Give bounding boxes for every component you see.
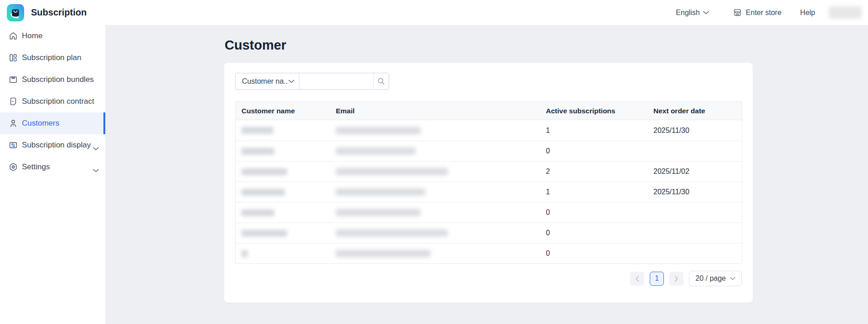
sidebar-nav: HomeSubscription planSubscription bundle… — [0, 25, 105, 324]
store-name-redacted[interactable] — [829, 6, 862, 19]
chevron-right-icon — [674, 276, 678, 282]
chevron-down-icon — [288, 80, 294, 83]
table-row: 0 — [236, 141, 742, 161]
customer-name-cell — [236, 168, 330, 175]
search-control: Customer na... — [235, 73, 389, 90]
page-title: Customer — [225, 37, 868, 53]
sidebar-item-label: Subscription display — [22, 141, 91, 150]
chevron-down-icon — [93, 144, 99, 153]
customer-name-redacted — [241, 127, 273, 134]
sidebar-item-label: Home — [22, 31, 42, 40]
email-redacted — [336, 188, 425, 196]
chevron-down-icon — [703, 11, 709, 15]
customer-name-redacted — [241, 168, 287, 175]
enter-store-label: Enter store — [746, 9, 781, 17]
email-cell — [330, 209, 540, 216]
sidebar-item-label: Subscription plan — [22, 53, 81, 62]
sidebar-item-label: Subscription contract — [22, 97, 94, 106]
subscription-display-icon — [9, 141, 18, 150]
chevron-left-icon — [635, 276, 639, 282]
search-filter-select[interactable]: Customer na... — [236, 73, 299, 89]
table-row: 22025/11/02 — [236, 161, 742, 182]
customer-name-redacted — [241, 189, 285, 196]
subscription-contract-icon — [9, 97, 18, 106]
email-cell — [330, 127, 540, 134]
customer-name-redacted — [241, 250, 248, 257]
subscription-plan-icon — [9, 53, 18, 62]
sidebar-item-subscription-bundles[interactable]: Subscription bundles — [0, 69, 105, 91]
table-body: 12025/11/30022025/11/0212025/11/30000 — [236, 120, 742, 263]
settings-icon — [9, 162, 18, 172]
storefront-icon — [733, 8, 742, 17]
search-button[interactable] — [373, 73, 389, 89]
help-button[interactable]: Help — [800, 9, 815, 17]
home-icon — [9, 31, 18, 40]
email-redacted — [336, 127, 421, 134]
active-subscriptions-cell: 0 — [540, 249, 647, 258]
subscription-bundles-icon — [9, 75, 18, 84]
active-indicator-bar — [103, 112, 105, 134]
sidebar-item-subscription-plan[interactable]: Subscription plan — [0, 47, 105, 69]
customer-name-cell — [236, 127, 330, 134]
sidebar-item-subscription-contract[interactable]: Subscription contract — [0, 91, 105, 112]
next-order-date-cell: 2025/11/30 — [647, 127, 742, 135]
customers-icon — [9, 119, 18, 128]
email-cell — [330, 229, 540, 237]
prev-page-button[interactable] — [630, 272, 644, 286]
search-input[interactable] — [299, 73, 373, 89]
customer-name-cell — [236, 189, 330, 196]
email-cell — [330, 188, 540, 196]
col-header-customer-name: Customer name — [236, 107, 330, 115]
active-subscriptions-cell: 2 — [540, 167, 647, 176]
help-label: Help — [800, 9, 815, 17]
active-subscriptions-cell: 1 — [540, 188, 647, 196]
next-page-button[interactable] — [669, 272, 683, 286]
pagination: 1 20 / page — [235, 271, 742, 286]
table-row: 0 — [236, 202, 742, 223]
table-row: 0 — [236, 243, 742, 263]
email-cell — [330, 147, 540, 155]
col-header-active-subscriptions: Active subscriptions — [540, 107, 647, 115]
customer-name-cell — [236, 250, 330, 257]
customer-name-redacted — [241, 148, 274, 155]
sidebar-item-settings[interactable]: Settings — [0, 156, 105, 178]
sidebar-item-customers[interactable]: Customers — [0, 112, 105, 134]
app-logo-shopping-bag-icon — [7, 4, 24, 21]
page-size-label: 20 / page — [695, 274, 726, 283]
topbar: Subscription English Enter store Help — [0, 0, 868, 25]
sidebar-item-subscription-display[interactable]: Subscription display — [0, 134, 105, 156]
next-order-date-cell: 2025/11/02 — [647, 167, 742, 176]
customer-name-redacted — [241, 209, 274, 216]
enter-store-button[interactable]: Enter store — [733, 8, 781, 17]
customer-card: Customer na... Customer name Email Activ… — [224, 63, 753, 303]
email-cell — [330, 250, 540, 257]
table-header-row: Customer name Email Active subscriptions… — [236, 102, 742, 120]
language-selector[interactable]: English — [676, 9, 709, 17]
next-order-date-cell: 2025/11/30 — [647, 188, 742, 196]
customers-table: Customer name Email Active subscriptions… — [235, 101, 742, 264]
col-header-next-order-date: Next order date — [647, 107, 742, 115]
chevron-down-icon — [730, 277, 735, 280]
search-filter-label: Customer na... — [242, 77, 288, 86]
topbar-actions: English Enter store Help — [676, 6, 868, 19]
customer-name-redacted — [241, 230, 287, 237]
sidebar-item-home[interactable]: Home — [0, 25, 105, 47]
table-row: 12025/11/30 — [236, 120, 742, 141]
active-subscriptions-cell: 1 — [540, 127, 647, 135]
email-redacted — [336, 147, 416, 155]
active-subscriptions-cell: 0 — [540, 208, 647, 217]
page-size-select[interactable]: 20 / page — [689, 271, 742, 286]
email-cell — [330, 168, 540, 175]
app-title: Subscription — [31, 7, 87, 18]
search-icon — [377, 77, 385, 86]
table-row: 0 — [236, 223, 742, 243]
customer-name-cell — [236, 230, 330, 237]
table-row: 12025/11/30 — [236, 182, 742, 202]
active-subscriptions-cell: 0 — [540, 229, 647, 237]
email-redacted — [336, 209, 421, 216]
main-content: Customer Customer na... Customer name Em… — [105, 25, 868, 324]
active-subscriptions-cell: 0 — [540, 147, 647, 155]
email-redacted — [336, 250, 431, 257]
page-number-button[interactable]: 1 — [650, 272, 664, 286]
customer-name-cell — [236, 209, 330, 216]
